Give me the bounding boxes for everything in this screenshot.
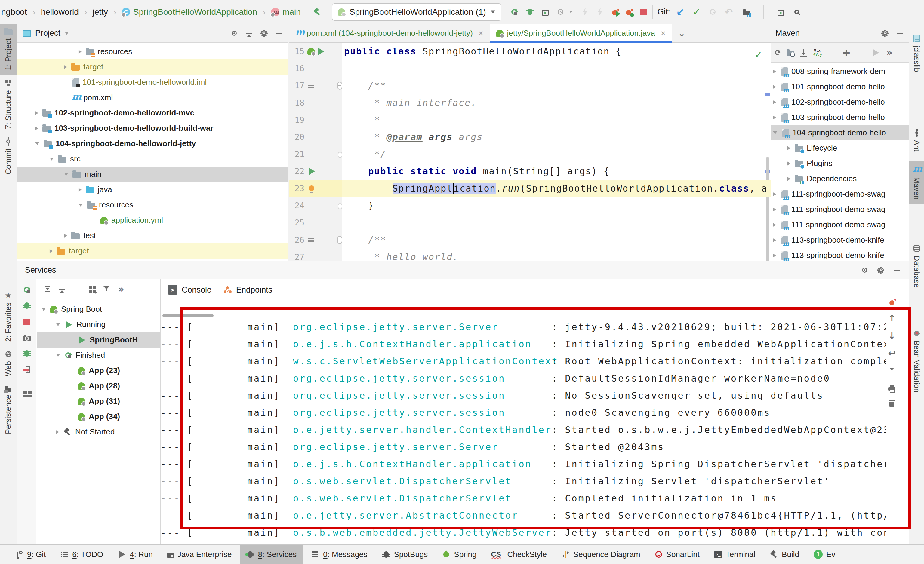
stripe-item-structure[interactable]: 7: Structure	[0, 75, 16, 133]
tree-row[interactable]: 101-springboot-demo-hello	[771, 79, 909, 94]
thread-dump-icon[interactable]	[23, 336, 31, 341]
generate-sources-icon[interactable]	[786, 51, 794, 56]
chevron-down-icon[interactable]	[56, 353, 60, 356]
chevron-right-icon[interactable]	[50, 249, 52, 253]
spring-gutter-icon[interactable]	[308, 48, 315, 55]
tree-row[interactable]: 113-springboot-demo-knife	[771, 232, 909, 248]
tree-row[interactable]: 102-springboot-demo-hello	[771, 94, 909, 110]
toolwindow-button-checkstyle[interactable]: CheckStyle	[485, 545, 553, 564]
tree-row[interactable]: resources	[17, 197, 288, 212]
chevron-right-icon[interactable]	[773, 69, 776, 73]
tree-row[interactable]: App (34)	[37, 409, 160, 424]
stripe-item-database[interactable]: Database	[909, 240, 924, 292]
locate-icon[interactable]	[232, 31, 237, 36]
code-line[interactable]: 21 */	[289, 145, 771, 163]
code-line[interactable]: 23 SpringApplication.run(SpringBootHello…	[289, 180, 771, 197]
code-line[interactable]: 20 * @param args args	[289, 129, 771, 145]
tree-row[interactable]: Dependencies	[771, 171, 909, 186]
console-horizontal-scrollbar[interactable]	[162, 314, 213, 317]
filter-icon[interactable]	[103, 285, 111, 293]
chevron-right-icon[interactable]	[64, 65, 67, 69]
toolwindow-button-spring[interactable]: Spring	[436, 545, 483, 564]
history-icon[interactable]	[710, 9, 716, 15]
notifications-icon[interactable]	[890, 300, 894, 305]
attach-debugger-icon[interactable]	[24, 350, 29, 356]
tree-row[interactable]: 103-springboot-demo-helloworld-build-war	[17, 121, 288, 136]
down-stack-icon[interactable]: ↓	[888, 332, 896, 340]
stop-icon[interactable]	[24, 319, 30, 325]
toolwindow-button-terminal[interactable]: Terminal	[708, 545, 761, 564]
chevron-right-icon[interactable]	[773, 115, 776, 119]
settings-icon[interactable]	[883, 31, 887, 35]
chevron-down-icon[interactable]	[56, 323, 60, 326]
collapse-all-icon[interactable]	[245, 29, 253, 37]
breadcrumb-item[interactable]: main	[271, 7, 301, 17]
update-project-icon[interactable]: ↙	[676, 8, 685, 16]
chevron-down-icon[interactable]	[64, 172, 68, 176]
settings-icon[interactable]	[262, 31, 266, 35]
chevron-right-icon[interactable]	[35, 126, 38, 130]
tree-row[interactable]: Lifecycle	[771, 141, 909, 156]
run-configuration-select[interactable]: SpringBootHelloWorldApplication (1)	[332, 3, 501, 21]
build-hammer-icon[interactable]	[313, 8, 321, 16]
rollback-icon[interactable]: ↶	[724, 8, 733, 16]
tree-row[interactable]: 111-springboot-demo-swag	[771, 202, 909, 217]
tree-row[interactable]: resources	[17, 44, 288, 59]
stripe-item-commit[interactable]: Commit	[0, 133, 16, 179]
fold-end-icon[interactable]	[338, 152, 342, 158]
import-icon[interactable]	[26, 367, 30, 373]
chevron-down-icon[interactable]	[50, 157, 54, 160]
toolwindow-button-java-enterprise[interactable]: Java Enterprise	[161, 545, 238, 564]
tree-row[interactable]: main	[17, 166, 288, 182]
debug-icon[interactable]	[528, 9, 532, 15]
stop-icon[interactable]	[640, 9, 646, 15]
editor-gutter[interactable]: 21	[289, 145, 342, 163]
stripe-item-ant[interactable]: Ant	[909, 124, 924, 156]
settings-icon[interactable]	[879, 268, 882, 272]
chevron-right-icon[interactable]	[35, 111, 38, 115]
code-line[interactable]: 15public class SpringBootHelloWorldAppli…	[289, 43, 771, 60]
group-by-icon[interactable]	[88, 285, 96, 293]
download-sources-icon[interactable]	[800, 49, 807, 57]
editor-gutter[interactable]: 24	[289, 197, 342, 214]
stripe-item-persistence[interactable]: Persistence	[0, 381, 16, 438]
hide-icon[interactable]	[276, 33, 282, 34]
tab-close-icon[interactable]: ×	[478, 28, 484, 39]
tree-row[interactable]: Plugins	[771, 156, 909, 171]
chevron-right-icon[interactable]	[56, 430, 59, 434]
run-gutter-icon[interactable]	[317, 47, 325, 55]
editor-gutter[interactable]: 18	[289, 94, 342, 111]
up-stack-icon[interactable]: ↑	[888, 314, 896, 323]
toolwindow-button-sequence-diagram[interactable]: Sequence Diagram	[555, 545, 646, 564]
breadcrumb-item[interactable]: helloworld	[41, 7, 79, 17]
chevron-right-icon[interactable]	[773, 208, 776, 211]
more-icon[interactable]: »	[117, 285, 125, 293]
tree-row[interactable]: 102-springboot-demo-helloworld-mvc	[17, 105, 288, 121]
more-icon[interactable]: »	[885, 48, 894, 57]
editor-gutter[interactable]: 23	[289, 180, 342, 197]
editor-gutter[interactable]: 27	[289, 248, 342, 261]
tree-row[interactable]: src	[17, 151, 288, 166]
tree-row[interactable]: target	[17, 59, 288, 75]
comment-icon[interactable]	[308, 81, 316, 90]
tab-console[interactable]: Console	[168, 285, 212, 295]
tree-row[interactable]: App (23)	[37, 363, 160, 378]
layout-icon[interactable]	[22, 389, 31, 398]
tree-row[interactable]: target	[17, 243, 288, 259]
toolwindow-button-sonarlint[interactable]: SonarLint	[649, 545, 706, 564]
stripe-item-jclasslib[interactable]: jclasslib	[909, 30, 924, 76]
chevron-right-icon[interactable]	[64, 233, 67, 238]
commit-icon[interactable]: ✓	[692, 8, 701, 16]
chevron-right-icon[interactable]	[788, 162, 790, 165]
tree-row[interactable]: java	[17, 182, 288, 197]
tree-row[interactable]: 111-springboot-demo-swag	[771, 217, 909, 232]
reimport-icon[interactable]	[775, 50, 780, 55]
hide-icon[interactable]	[897, 33, 903, 34]
expand-all-icon[interactable]	[44, 285, 52, 293]
event-log-button[interactable]: 1Ev	[808, 545, 841, 564]
code-editor[interactable]: ✓ 15public class SpringBootHelloWorldApp…	[289, 43, 771, 261]
chevron-down-icon[interactable]	[36, 142, 39, 145]
show-versions-icon[interactable]	[813, 48, 821, 57]
code-line[interactable]: 16	[289, 60, 771, 77]
chevron-right-icon[interactable]	[78, 188, 81, 191]
